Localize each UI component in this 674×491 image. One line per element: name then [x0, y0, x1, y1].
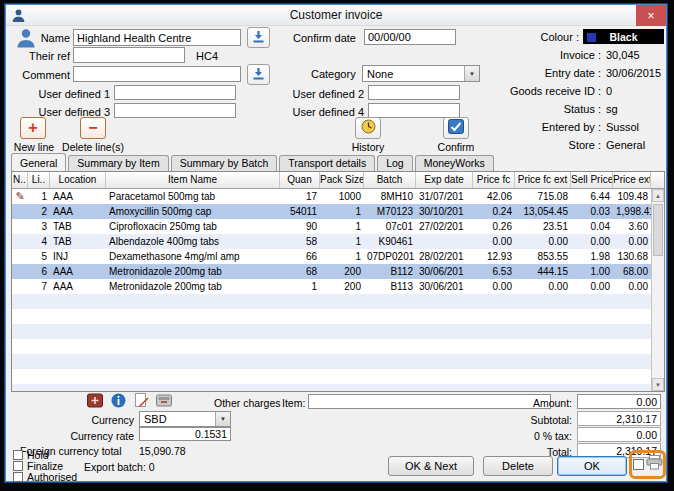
print-checkbox[interactable] [633, 459, 644, 470]
col-header-location[interactable]: Location [50, 172, 106, 188]
delete-lines-button[interactable]: − [80, 117, 106, 139]
table-row[interactable]: 7 AAA Metronidazole 200mg tab 1 200 B113… [12, 279, 651, 294]
col-header-item-name[interactable]: Item Name [106, 172, 280, 188]
comment-dropdown-button[interactable] [247, 64, 270, 85]
tab-general[interactable]: General [11, 153, 66, 172]
col-header-quan[interactable]: Quan [280, 172, 320, 188]
tab-log[interactable]: Log [377, 155, 413, 171]
table-row[interactable]: 3 TAB Ciprofloxacin 250mg tab 90 1 07c01… [12, 219, 651, 234]
info-button[interactable] [109, 394, 127, 411]
add-placeholder-button[interactable] [86, 394, 104, 411]
currency-rate-input[interactable]: 0.1531 [139, 427, 231, 441]
col-header-pack-size[interactable]: Pack Size [320, 172, 364, 188]
tab-moneyworks[interactable]: MoneyWorks [415, 155, 494, 171]
close-button[interactable]: × [636, 5, 666, 26]
col-header-line[interactable]: Li.. [28, 172, 50, 188]
finalize-checkbox[interactable] [13, 461, 23, 471]
cell-price-fc: 6.53 [473, 264, 515, 279]
print-button[interactable] [646, 455, 663, 474]
edit-line-button[interactable] [132, 394, 150, 411]
name-dropdown-button[interactable] [247, 27, 270, 48]
goods-receive-line: Goods receive ID :0 [446, 85, 664, 103]
authorised-checkbox-row: Authorised [13, 471, 77, 483]
col-header-exp-date[interactable]: Exp date [416, 172, 473, 188]
colour-picker[interactable]: Black [583, 29, 664, 44]
backorder-button[interactable] [155, 394, 173, 411]
confirm-date-label: Confirm date [293, 32, 356, 44]
user-defined-4-label: User defined 4 [290, 106, 364, 118]
ok-and-next-button[interactable]: OK & Next [388, 456, 474, 476]
cell-price-exten: 3.60 [613, 219, 651, 234]
cell-pack-size: 1 [320, 249, 364, 264]
cell-location: TAB [50, 234, 106, 249]
col-header-sell-price[interactable]: Sell Price [571, 172, 613, 188]
comment-label: Comment [16, 69, 70, 81]
user-defined-3-input[interactable] [114, 103, 236, 118]
subtotal-label: Subtotal: [496, 414, 572, 426]
currency-select[interactable]: SBD ▼ [139, 411, 231, 427]
table-row[interactable]: 5 INJ Dexamethasone 4mg/ml amp 66 1 07DP… [12, 249, 651, 264]
colour-label: Colour : [511, 31, 579, 43]
col-header-price-fc-ext[interactable]: Price fc ext [515, 172, 571, 188]
scroll-down-icon[interactable]: ▼ [652, 378, 664, 391]
cell-exp-date: 30/10/201 [416, 204, 473, 219]
their-ref-label: Their ref [20, 50, 70, 62]
new-line-button[interactable]: + [20, 117, 46, 139]
cell-location: TAB [50, 219, 106, 234]
scrollbar-thumb[interactable] [653, 204, 663, 256]
status-line: Status :sg [446, 103, 664, 121]
cell-batch: 8MH10 [364, 189, 416, 204]
col-header-n[interactable]: N.. [12, 172, 28, 188]
tab-summary-by-batch[interactable]: Summary by Batch [171, 155, 278, 171]
their-ref-input[interactable] [73, 47, 185, 63]
cell-line: 3 [28, 219, 50, 234]
cell-line: 1 [28, 189, 50, 204]
table-row[interactable]: 2 AAA Amoxycillin 500mg cap 54011 1 M701… [12, 204, 651, 219]
col-header-price-fc[interactable]: Price fc [473, 172, 515, 188]
cell-price-exten: 0.00 [613, 234, 651, 249]
authorised-checkbox[interactable] [13, 472, 23, 482]
cell-price-exten: 0.00 [613, 279, 651, 294]
cell-sell-price: 0.03 [571, 204, 613, 219]
cell-item-name: Amoxycillin 500mg cap [106, 204, 280, 219]
table-row[interactable]: 4 TAB Albendazole 400mg tabs 58 1 K90461… [12, 234, 651, 249]
col-header-batch[interactable]: Batch [364, 172, 416, 188]
amount-label: Amount: [506, 397, 572, 409]
table-row[interactable]: 6 AAA Metronidazole 200mg tab 68 200 B11… [12, 264, 651, 279]
tab-bar: General Summary by Item Summary by Batch… [11, 153, 663, 172]
delete-button[interactable]: Delete [483, 456, 553, 476]
category-label: Category [311, 68, 356, 80]
confirm-button[interactable] [443, 117, 469, 139]
titlebar[interactable]: Customer invoice × [6, 5, 666, 26]
col-header-price-exten[interactable]: Price exten [613, 172, 651, 188]
cell-item-name: Ciprofloxacin 250mg tab [106, 219, 280, 234]
name-input[interactable]: Highland Health Centre [73, 29, 241, 46]
comment-input[interactable] [73, 66, 241, 82]
cell-item-name: Dexamethasone 4mg/ml amp [106, 249, 280, 264]
cell-edit-icon [12, 279, 28, 294]
subtotal-value: 2,310.17 [577, 411, 661, 426]
hold-checkbox[interactable] [13, 450, 23, 460]
entered-by-label: Entered by : [446, 121, 601, 139]
scroll-up-icon[interactable]: ▲ [652, 189, 664, 202]
window-title: Customer invoice [6, 8, 666, 22]
cell-sell-price: 6.44 [571, 189, 613, 204]
cell-pack-size: 1 [320, 219, 364, 234]
amount-input[interactable]: 0.00 [577, 394, 661, 409]
name-label: Name [40, 32, 70, 44]
cell-location: AAA [50, 264, 106, 279]
cell-batch: K90461 [364, 234, 416, 249]
table-scrollbar[interactable]: ▲ ▼ [651, 189, 664, 391]
history-button[interactable] [355, 117, 381, 139]
tab-transport-details[interactable]: Transport details [279, 155, 375, 171]
tab-summary-by-item[interactable]: Summary by Item [68, 155, 168, 171]
customer-invoice-window: Customer invoice × Name Highland Health … [5, 4, 667, 482]
currency-value: SBD [140, 412, 215, 426]
confirm-date-input[interactable]: 00/00/00 [364, 29, 456, 45]
user-defined-1-input[interactable] [114, 85, 236, 100]
new-line-label: New line [8, 141, 60, 153]
cell-batch: B113 [364, 279, 416, 294]
customer-button[interactable] [14, 28, 38, 51]
table-row[interactable]: ✎ 1 AAA Paracetamol 500mg tab 17 1000 8M… [12, 189, 651, 204]
ok-button[interactable]: OK [557, 456, 627, 476]
